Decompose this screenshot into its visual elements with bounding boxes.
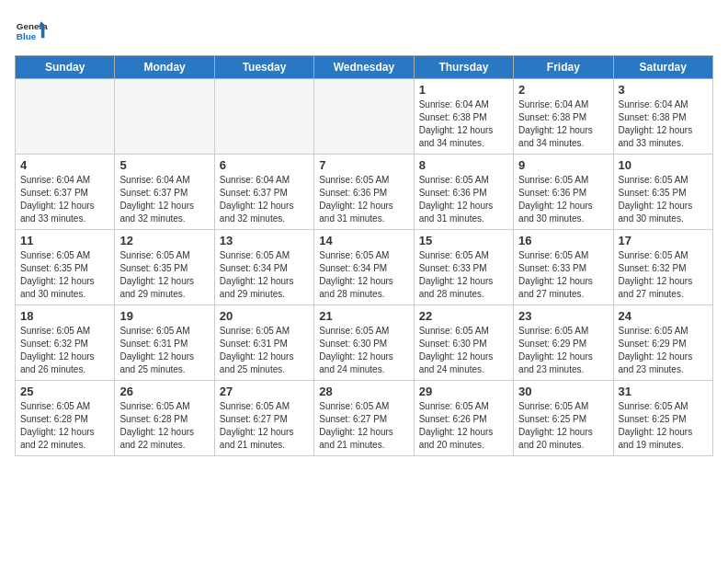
day-info: Sunrise: 6:05 AMSunset: 6:28 PMDaylight:… bbox=[20, 400, 109, 452]
day-info: Sunrise: 6:05 AMSunset: 6:33 PMDaylight:… bbox=[518, 249, 608, 301]
day-info: Sunrise: 6:05 AMSunset: 6:27 PMDaylight:… bbox=[319, 400, 408, 452]
day-number: 12 bbox=[119, 234, 209, 247]
day-cell: 28Sunrise: 6:05 AMSunset: 6:27 PMDayligh… bbox=[314, 381, 414, 456]
day-cell: 3Sunrise: 6:04 AMSunset: 6:38 PMDaylight… bbox=[613, 79, 712, 155]
day-cell: 6Sunrise: 6:04 AMSunset: 6:37 PMDaylight… bbox=[214, 155, 313, 230]
day-cell: 21Sunrise: 6:05 AMSunset: 6:30 PMDayligh… bbox=[314, 305, 414, 381]
day-number: 7 bbox=[319, 158, 408, 172]
day-header-friday: Friday bbox=[514, 56, 613, 79]
day-number: 27 bbox=[220, 385, 309, 398]
week-row-1: 1Sunrise: 6:04 AMSunset: 6:38 PMDaylight… bbox=[16, 79, 713, 155]
day-number: 1 bbox=[419, 83, 508, 97]
logo-icon: General Blue bbox=[15, 15, 48, 48]
day-cell: 25Sunrise: 6:05 AMSunset: 6:28 PMDayligh… bbox=[16, 381, 115, 456]
day-header-tuesday: Tuesday bbox=[214, 56, 313, 79]
day-number: 8 bbox=[419, 158, 508, 172]
day-number: 13 bbox=[220, 234, 309, 247]
day-cell: 27Sunrise: 6:05 AMSunset: 6:27 PMDayligh… bbox=[214, 381, 313, 456]
day-info: Sunrise: 6:05 AMSunset: 6:29 PMDaylight:… bbox=[619, 325, 708, 376]
day-cell: 12Sunrise: 6:05 AMSunset: 6:35 PMDayligh… bbox=[115, 230, 214, 305]
day-number: 6 bbox=[220, 158, 309, 172]
day-info: Sunrise: 6:05 AMSunset: 6:35 PMDaylight:… bbox=[619, 174, 708, 225]
day-number: 18 bbox=[20, 309, 109, 323]
day-number: 11 bbox=[20, 234, 109, 247]
day-info: Sunrise: 6:04 AMSunset: 6:38 PMDaylight:… bbox=[419, 98, 508, 150]
day-cell: 2Sunrise: 6:04 AMSunset: 6:38 PMDaylight… bbox=[514, 79, 613, 155]
day-info: Sunrise: 6:05 AMSunset: 6:30 PMDaylight:… bbox=[319, 325, 408, 376]
day-cell: 17Sunrise: 6:05 AMSunset: 6:32 PMDayligh… bbox=[613, 230, 712, 305]
day-cell bbox=[115, 79, 214, 155]
day-cell bbox=[214, 79, 313, 155]
day-info: Sunrise: 6:05 AMSunset: 6:36 PMDaylight:… bbox=[419, 174, 508, 225]
day-number: 20 bbox=[220, 309, 309, 323]
day-info: Sunrise: 6:05 AMSunset: 6:32 PMDaylight:… bbox=[619, 249, 708, 301]
day-number: 24 bbox=[619, 309, 708, 323]
calendar-table: SundayMondayTuesdayWednesdayThursdayFrid… bbox=[15, 55, 713, 456]
day-number: 26 bbox=[119, 385, 209, 398]
day-cell: 31Sunrise: 6:05 AMSunset: 6:25 PMDayligh… bbox=[613, 381, 712, 456]
day-cell bbox=[314, 79, 414, 155]
day-cell: 5Sunrise: 6:04 AMSunset: 6:37 PMDaylight… bbox=[115, 155, 214, 230]
day-number: 30 bbox=[518, 385, 608, 398]
day-number: 15 bbox=[419, 234, 508, 247]
day-info: Sunrise: 6:05 AMSunset: 6:25 PMDaylight:… bbox=[619, 400, 708, 452]
week-row-4: 18Sunrise: 6:05 AMSunset: 6:32 PMDayligh… bbox=[16, 305, 713, 381]
day-cell: 26Sunrise: 6:05 AMSunset: 6:28 PMDayligh… bbox=[115, 381, 214, 456]
day-info: Sunrise: 6:05 AMSunset: 6:32 PMDaylight:… bbox=[20, 325, 109, 376]
day-info: Sunrise: 6:05 AMSunset: 6:34 PMDaylight:… bbox=[220, 249, 309, 301]
day-cell: 23Sunrise: 6:05 AMSunset: 6:29 PMDayligh… bbox=[514, 305, 613, 381]
day-number: 28 bbox=[319, 385, 408, 398]
day-cell: 9Sunrise: 6:05 AMSunset: 6:36 PMDaylight… bbox=[514, 155, 613, 230]
day-cell: 13Sunrise: 6:05 AMSunset: 6:34 PMDayligh… bbox=[214, 230, 313, 305]
day-cell: 8Sunrise: 6:05 AMSunset: 6:36 PMDaylight… bbox=[414, 155, 513, 230]
day-info: Sunrise: 6:04 AMSunset: 6:37 PMDaylight:… bbox=[119, 174, 209, 225]
day-info: Sunrise: 6:04 AMSunset: 6:37 PMDaylight:… bbox=[20, 174, 109, 225]
day-cell: 20Sunrise: 6:05 AMSunset: 6:31 PMDayligh… bbox=[214, 305, 313, 381]
day-info: Sunrise: 6:05 AMSunset: 6:26 PMDaylight:… bbox=[419, 400, 508, 452]
day-cell: 22Sunrise: 6:05 AMSunset: 6:30 PMDayligh… bbox=[414, 305, 513, 381]
day-info: Sunrise: 6:05 AMSunset: 6:36 PMDaylight:… bbox=[319, 174, 408, 225]
day-number: 3 bbox=[619, 83, 708, 97]
svg-text:Blue: Blue bbox=[17, 31, 37, 41]
day-number: 14 bbox=[319, 234, 408, 247]
day-info: Sunrise: 6:04 AMSunset: 6:38 PMDaylight:… bbox=[518, 98, 608, 150]
day-cell: 7Sunrise: 6:05 AMSunset: 6:36 PMDaylight… bbox=[314, 155, 414, 230]
day-header-sunday: Sunday bbox=[16, 56, 115, 79]
day-header-thursday: Thursday bbox=[414, 56, 513, 79]
logo: General Blue bbox=[15, 15, 48, 48]
day-cell: 10Sunrise: 6:05 AMSunset: 6:35 PMDayligh… bbox=[613, 155, 712, 230]
day-cell: 19Sunrise: 6:05 AMSunset: 6:31 PMDayligh… bbox=[115, 305, 214, 381]
week-row-5: 25Sunrise: 6:05 AMSunset: 6:28 PMDayligh… bbox=[16, 381, 713, 456]
day-cell: 30Sunrise: 6:05 AMSunset: 6:25 PMDayligh… bbox=[514, 381, 613, 456]
day-cell: 24Sunrise: 6:05 AMSunset: 6:29 PMDayligh… bbox=[613, 305, 712, 381]
day-number: 4 bbox=[20, 158, 109, 172]
day-cell: 16Sunrise: 6:05 AMSunset: 6:33 PMDayligh… bbox=[514, 230, 613, 305]
day-cell: 14Sunrise: 6:05 AMSunset: 6:34 PMDayligh… bbox=[314, 230, 414, 305]
day-info: Sunrise: 6:05 AMSunset: 6:36 PMDaylight:… bbox=[518, 174, 608, 225]
day-number: 21 bbox=[319, 309, 408, 323]
day-number: 16 bbox=[518, 234, 608, 247]
day-info: Sunrise: 6:05 AMSunset: 6:34 PMDaylight:… bbox=[319, 249, 408, 301]
day-info: Sunrise: 6:05 AMSunset: 6:35 PMDaylight:… bbox=[119, 249, 209, 301]
page-header: General Blue bbox=[15, 15, 713, 48]
day-info: Sunrise: 6:05 AMSunset: 6:27 PMDaylight:… bbox=[220, 400, 309, 452]
day-number: 10 bbox=[619, 158, 708, 172]
day-cell: 18Sunrise: 6:05 AMSunset: 6:32 PMDayligh… bbox=[16, 305, 115, 381]
day-info: Sunrise: 6:04 AMSunset: 6:37 PMDaylight:… bbox=[220, 174, 309, 225]
day-header-monday: Monday bbox=[115, 56, 214, 79]
day-number: 23 bbox=[518, 309, 608, 323]
day-number: 29 bbox=[419, 385, 508, 398]
day-info: Sunrise: 6:05 AMSunset: 6:28 PMDaylight:… bbox=[119, 400, 209, 452]
week-row-3: 11Sunrise: 6:05 AMSunset: 6:35 PMDayligh… bbox=[16, 230, 713, 305]
day-number: 31 bbox=[619, 385, 708, 398]
day-cell bbox=[16, 79, 115, 155]
day-info: Sunrise: 6:05 AMSunset: 6:29 PMDaylight:… bbox=[518, 325, 608, 376]
day-number: 22 bbox=[419, 309, 508, 323]
day-info: Sunrise: 6:05 AMSunset: 6:25 PMDaylight:… bbox=[518, 400, 608, 452]
day-cell: 11Sunrise: 6:05 AMSunset: 6:35 PMDayligh… bbox=[16, 230, 115, 305]
day-number: 25 bbox=[20, 385, 109, 398]
day-number: 17 bbox=[619, 234, 708, 247]
day-info: Sunrise: 6:05 AMSunset: 6:30 PMDaylight:… bbox=[419, 325, 508, 376]
day-header-saturday: Saturday bbox=[613, 56, 712, 79]
day-cell: 1Sunrise: 6:04 AMSunset: 6:38 PMDaylight… bbox=[414, 79, 513, 155]
